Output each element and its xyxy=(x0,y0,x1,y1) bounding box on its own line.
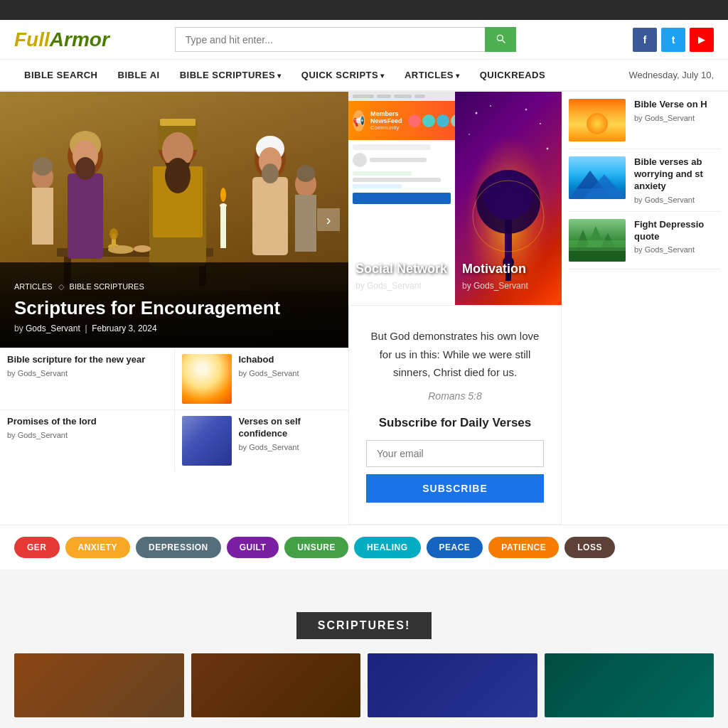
nav-quick-scripts[interactable]: QUICK SCRIPTS xyxy=(291,60,395,90)
nav-items: BIBLE SEARCH BIBLE AI BIBLE SCRIPTURES Q… xyxy=(14,60,629,90)
scriptures-section: SCRIPTURES! xyxy=(0,591,728,729)
quote-text: But God demonstrates his own love for us… xyxy=(366,327,544,382)
card-social-network[interactable]: 📢 Members NewsFeed Community xyxy=(348,92,455,305)
nav-quickreads[interactable]: QUICKREADS xyxy=(470,60,555,90)
tag-patience[interactable]: PATIENCE xyxy=(488,537,559,558)
hero-tags: ARTICLES ◇ BIBLE SCRIPTURES xyxy=(14,282,334,291)
card-title-new-year: Bible scripture for the new year xyxy=(7,354,167,366)
sidebar-title-1: Bible Verse on H xyxy=(634,99,721,111)
card-title-ichabod: Ichabod xyxy=(239,354,342,366)
hero-date: February 3, 2024 xyxy=(92,323,156,333)
card-motivation[interactable]: Motivation by Gods_Servant xyxy=(455,92,562,305)
hero-image: ARTICLES ◇ BIBLE SCRIPTURES Scriptures f… xyxy=(0,92,348,348)
scripture-card-1[interactable] xyxy=(14,653,184,717)
ichabod-info: Ichabod by Gods_Servant xyxy=(239,354,342,378)
nav-bible-scriptures[interactable]: BIBLE SCRIPTURES xyxy=(170,60,291,90)
sidebar-text-1: Bible Verse on H by Gods_Servant xyxy=(634,99,721,122)
sidebar-title-3: Fight Depressio quote xyxy=(634,219,721,243)
card-title-promises: Promises of the lord xyxy=(7,416,167,428)
svg-point-47 xyxy=(476,112,478,114)
card-author-promises: by Gods_Servant xyxy=(7,431,167,439)
text-cards-col: Bible scripture for the new year by Gods… xyxy=(0,348,175,471)
logo-armor: Armor xyxy=(50,28,109,50)
scriptures-title: SCRIPTURES! xyxy=(296,612,432,639)
svg-rect-23 xyxy=(160,119,196,126)
small-card-verses-confidence[interactable]: Verses on self confidence by Gods_Servan… xyxy=(175,410,349,471)
quote-verse: Romans 5:8 xyxy=(366,390,544,402)
search-button[interactable] xyxy=(485,27,516,52)
forest-svg xyxy=(569,219,626,262)
svg-point-49 xyxy=(525,109,528,111)
nav-articles[interactable]: ARTICLES xyxy=(395,60,470,90)
nav-bible-search[interactable]: BIBLE SEARCH xyxy=(14,60,108,90)
sidebar-article-1[interactable]: Bible Verse on H by Gods_Servant xyxy=(569,92,721,149)
svg-point-36 xyxy=(296,165,315,182)
svg-point-51 xyxy=(469,134,470,135)
top-two-cards: 📢 Members NewsFeed Community xyxy=(348,92,562,305)
scripture-card-3[interactable] xyxy=(368,653,537,717)
tag-guilt[interactable]: GUILT xyxy=(227,537,279,558)
email-input[interactable] xyxy=(366,440,544,467)
card-author-new-year: by Gods_Servant xyxy=(7,369,167,378)
svg-rect-27 xyxy=(252,177,288,255)
svg-point-30 xyxy=(262,164,279,183)
sidebar-article-2[interactable]: Bible verses ab worrying and st anxiety … xyxy=(569,149,721,212)
scriptures-title-bar: SCRIPTURES! xyxy=(14,612,714,639)
logo[interactable]: FullArmor xyxy=(14,28,109,51)
logo-full: Full xyxy=(14,28,50,50)
sidebar-thumb-2 xyxy=(569,156,626,199)
hero-tag1: ARTICLES xyxy=(14,282,53,291)
tag-depression[interactable]: DEPRESSION xyxy=(136,537,221,558)
search-bar xyxy=(175,27,516,52)
nav-bible-ai[interactable]: BIBLE AI xyxy=(108,60,170,90)
sidebar-thumb-3 xyxy=(569,219,626,262)
search-input[interactable] xyxy=(175,27,485,52)
sidebar-title-2: Bible verses ab worrying and st anxiety xyxy=(634,156,721,193)
subscribe-button[interactable]: SUBSCRIBE xyxy=(366,474,544,503)
hero-overlay: ARTICLES ◇ BIBLE SCRIPTURES Scriptures f… xyxy=(0,268,348,348)
hero-author: Gods_Servant xyxy=(26,323,80,333)
thumb-cards-col: Ichabod by Gods_Servant Verses on self c… xyxy=(175,348,349,471)
small-card-scripture-new-year[interactable]: Bible scripture for the new year by Gods… xyxy=(0,348,174,410)
sidebar-author-3: by Gods_Servant xyxy=(634,245,721,254)
tag-unsure[interactable]: UNSURE xyxy=(284,537,348,558)
verses-confidence-info: Verses on self confidence by Gods_Servan… xyxy=(239,416,342,451)
svg-rect-35 xyxy=(295,195,316,252)
hero-tag2: BIBLE SCRIPTURES xyxy=(70,282,144,291)
hero-next-button[interactable]: › xyxy=(317,208,340,231)
tag-loss[interactable]: LOSS xyxy=(564,537,615,558)
main-content: ARTICLES ◇ BIBLE SCRIPTURES Scriptures f… xyxy=(0,92,728,525)
svg-rect-11 xyxy=(220,205,226,248)
svg-point-12 xyxy=(220,203,227,208)
twitter-icon[interactable]: t xyxy=(661,28,685,52)
right-sidebar: Bible Verse on H by Gods_Servant Bible v… xyxy=(562,92,728,525)
search-icon xyxy=(495,33,506,44)
scripture-card-4[interactable] xyxy=(545,653,714,717)
card-social-author: by Gods_Servant xyxy=(355,281,422,291)
small-card-promises[interactable]: Promises of the lord by Gods_Servant xyxy=(0,410,174,471)
card-author-verses-confidence: by Gods_Servant xyxy=(239,443,342,451)
subscribe-title: Subscribe for Daily Verses xyxy=(366,416,544,430)
youtube-icon[interactable]: ▶ xyxy=(690,28,714,52)
tag-healing[interactable]: HEALING xyxy=(354,537,421,558)
hero-column: ARTICLES ◇ BIBLE SCRIPTURES Scriptures f… xyxy=(0,92,348,525)
thumb-ichabod xyxy=(182,354,232,404)
sidebar-article-3[interactable]: Fight Depressio quote by Gods_Servant xyxy=(569,212,721,269)
small-card-ichabod[interactable]: Ichabod by Gods_Servant xyxy=(175,348,349,410)
svg-point-38 xyxy=(108,245,134,254)
tag-ger[interactable]: GER xyxy=(14,537,60,558)
svg-rect-15 xyxy=(68,173,103,259)
svg-point-50 xyxy=(540,123,541,124)
spacer xyxy=(0,569,728,591)
sidebar-author-1: by Gods_Servant xyxy=(634,114,721,122)
svg-point-52 xyxy=(547,148,549,150)
facebook-icon[interactable]: f xyxy=(633,28,657,52)
tag-peace[interactable]: PEACE xyxy=(427,537,483,558)
scripture-card-2[interactable] xyxy=(191,653,361,717)
svg-point-45 xyxy=(483,170,533,220)
svg-point-48 xyxy=(490,105,491,107)
sidebar-thumb-1 xyxy=(569,99,626,141)
tag-anxiety[interactable]: ANXIETY xyxy=(65,537,131,558)
svg-rect-55 xyxy=(569,188,626,199)
svg-point-25 xyxy=(165,158,191,193)
